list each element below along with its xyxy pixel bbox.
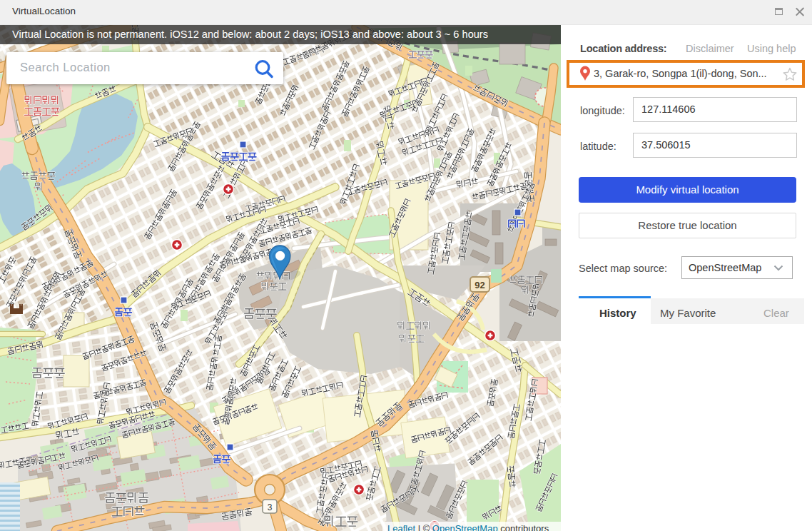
svg-text:92: 92 bbox=[474, 280, 484, 290]
svg-text:3: 3 bbox=[268, 502, 273, 512]
svg-text:Leaflet | © OpenStreetMap cont: Leaflet | © OpenStreetMap contributors bbox=[387, 523, 549, 531]
